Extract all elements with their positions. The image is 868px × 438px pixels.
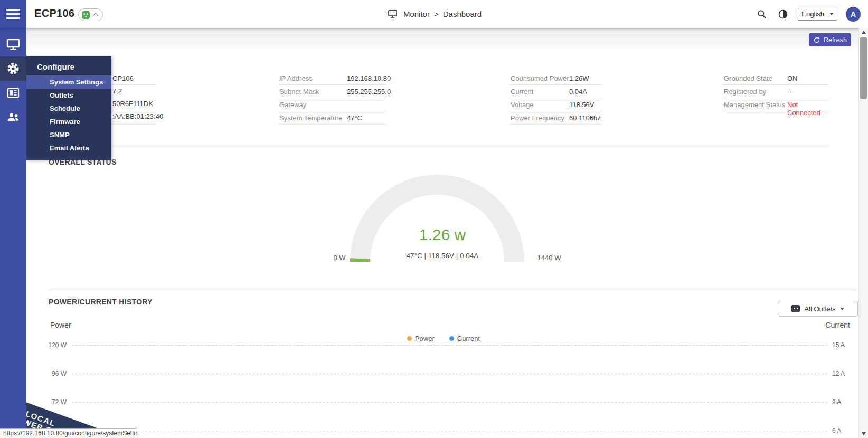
info-value: 192.168.10.80 — [347, 74, 391, 82]
info-label: System Temperature — [279, 114, 343, 122]
breadcrumb-section: Monitor — [403, 9, 430, 18]
info-value: ON — [787, 74, 798, 82]
all-outlets-label: All Outlets — [804, 305, 835, 313]
left-tick-label: 96 W — [31, 370, 67, 377]
language-select-value: English — [801, 10, 824, 18]
all-outlets-dropdown[interactable]: All Outlets — [778, 301, 858, 317]
legend-label: Current — [457, 335, 480, 342]
event-log-icon — [7, 87, 20, 99]
sidebar-item-monitor[interactable] — [0, 32, 26, 56]
sidebar-item-event-log[interactable] — [0, 81, 26, 105]
chevron-up-icon — [92, 13, 98, 18]
device-info-col4: Grounded State ON Registered by -- Manag… — [723, 72, 828, 111]
content-top-strip — [26, 28, 860, 50]
legend-item-current[interactable]: Current — [449, 335, 480, 342]
management-status-value: Not Connected — [787, 101, 828, 117]
left-tick-label: 120 W — [31, 341, 67, 349]
scrollbar-thumb[interactable] — [860, 37, 867, 99]
info-label: Subnet Mask — [279, 88, 319, 96]
info-value: -- — [787, 88, 792, 96]
info-value: 1.26W — [569, 74, 589, 82]
info-row: Subnet Mask 255.255.255.0 — [278, 85, 386, 98]
monitor-icon — [386, 8, 399, 21]
menu-item-email-alerts[interactable]: Email Alerts — [26, 141, 111, 155]
gridline — [72, 402, 829, 403]
info-row: System Temperature 47°C — [278, 111, 386, 125]
legend-label: Power — [415, 335, 435, 342]
info-label: Counsumed Power — [511, 74, 569, 82]
info-row: Grounded State ON — [723, 72, 828, 85]
info-label: Grounded State — [724, 74, 772, 82]
scroll-up-button[interactable] — [859, 28, 868, 36]
gauge-detail: 47°C | 118.56V | 0.04A — [337, 252, 548, 260]
info-row: Management Status Not Connected — [723, 98, 828, 111]
refresh-icon — [813, 36, 820, 44]
menu-item-outlets[interactable]: Outlets — [26, 89, 111, 102]
outlet-status-icon — [82, 11, 90, 19]
users-icon — [6, 112, 20, 122]
device-info-col2: IP Address 192.168.10.80 Subnet Mask 255… — [278, 72, 386, 125]
refresh-button-label: Refresh — [824, 36, 847, 44]
language-select[interactable]: English — [798, 8, 837, 21]
select-caret-icon — [829, 13, 834, 15]
search-icon[interactable] — [756, 8, 768, 21]
configure-menu: Configure System Settings Outlets Schedu… — [26, 56, 111, 160]
configure-menu-title: Configure — [26, 60, 111, 75]
current-series-dot — [449, 336, 454, 341]
firmware-version-partial: 7.2 — [112, 87, 122, 95]
section-divider — [49, 146, 829, 146]
info-label: IP Address — [279, 74, 313, 82]
sidebar-item-configure[interactable] — [0, 56, 26, 81]
info-value: 47°C — [347, 114, 362, 122]
scroll-down-button[interactable] — [859, 430, 868, 438]
info-label: Voltage — [511, 101, 533, 109]
vertical-scrollbar[interactable] — [858, 28, 868, 438]
contrast-toggle-icon[interactable] — [777, 8, 789, 21]
info-value: 60.1106hz — [569, 114, 601, 122]
gauge-value: 1.26 w — [337, 226, 548, 244]
info-row: Voltage 118.56V — [510, 98, 602, 111]
sidebar — [0, 28, 26, 438]
hamburger-menu-button[interactable] — [0, 0, 26, 28]
app-window: ECP106 Monitor > Dashboard English A — [0, 0, 868, 438]
info-label: Registered by — [724, 88, 766, 96]
status-bar-link: https://192.168.10.80/gui/configure/syst… — [0, 428, 137, 438]
info-value: 0.04A — [569, 88, 587, 96]
menu-item-firmware[interactable]: Firmware — [26, 115, 111, 128]
gauge-min-label: 0 W — [321, 254, 358, 262]
header-bar: ECP106 Monitor > Dashboard English A — [0, 0, 868, 28]
menu-item-snmp[interactable]: SNMP — [26, 128, 111, 141]
gridline — [72, 345, 829, 346]
right-axis-title: Current — [808, 321, 850, 329]
device-status-pill[interactable] — [78, 8, 103, 21]
monitor-icon — [6, 38, 20, 51]
device-name-partial: CP106 — [112, 74, 134, 82]
history-heading: POWER/CURRENT HISTORY — [49, 298, 153, 306]
info-row: Registered by -- — [723, 85, 828, 98]
power-series-dot — [407, 336, 412, 341]
info-row: Counsumed Power 1.26W — [510, 72, 602, 85]
page-title: ECP106 — [34, 7, 74, 20]
mac-address-partial: :AA:BB:01:23:40 — [112, 112, 163, 120]
refresh-button[interactable]: Refresh — [809, 33, 851, 46]
info-value: 118.56V — [569, 101, 594, 109]
breadcrumb-page: Dashboard — [443, 9, 482, 18]
chart-legend: Power Current — [370, 335, 517, 342]
info-label: Current — [511, 88, 533, 96]
section-divider — [49, 290, 856, 290]
sidebar-item-users[interactable] — [0, 105, 26, 129]
left-axis-title: Power — [50, 321, 71, 329]
header-actions: English A — [756, 0, 861, 28]
dropdown-caret-icon — [840, 308, 844, 310]
info-row: Gateway — [278, 98, 386, 111]
left-tick-label: 72 W — [31, 398, 67, 406]
menu-item-schedule[interactable]: Schedule — [26, 102, 111, 115]
gridline — [72, 431, 829, 431]
breadcrumb: Monitor > Dashboard — [0, 0, 868, 28]
serial-number-partial: 50R6F111DK — [112, 100, 153, 108]
menu-item-system-settings[interactable]: System Settings — [26, 75, 111, 89]
legend-item-power[interactable]: Power — [407, 335, 435, 342]
avatar[interactable]: A — [846, 7, 861, 22]
gridline — [72, 374, 829, 374]
info-label: Gateway — [279, 101, 306, 109]
